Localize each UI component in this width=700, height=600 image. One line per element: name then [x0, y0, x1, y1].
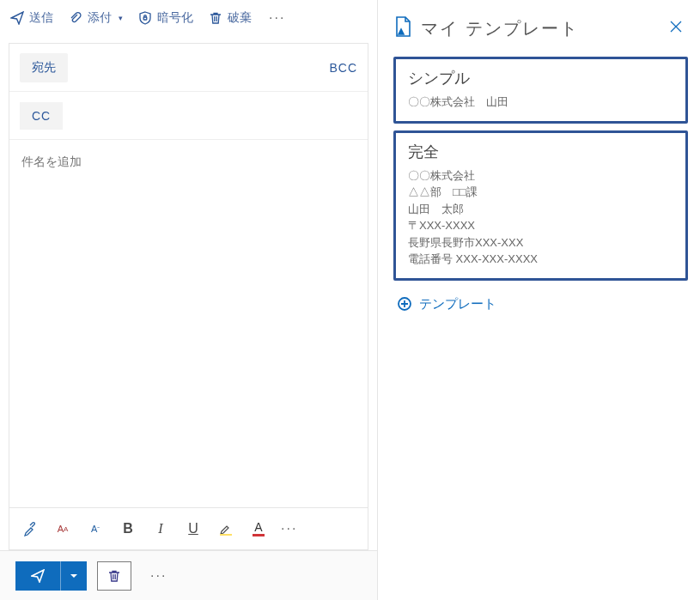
font-size-increase-button[interactable]: A˜ — [85, 518, 106, 539]
send-split-button[interactable] — [60, 561, 87, 591]
format-bar-wrap: AA A˜ B I U A ··· — [9, 507, 368, 550]
close-icon[interactable] — [664, 16, 688, 41]
subject-input[interactable] — [21, 155, 356, 168]
font-color-button[interactable]: A — [248, 518, 269, 539]
send-main[interactable] — [15, 561, 60, 591]
add-template-button[interactable]: テンプレート — [393, 288, 688, 321]
format-more-button[interactable]: ··· — [281, 521, 297, 536]
to-button[interactable]: 宛先 — [20, 53, 68, 82]
send-icon — [10, 11, 24, 25]
trash-icon — [209, 11, 222, 25]
template-doc-icon — [393, 15, 412, 41]
shield-icon — [138, 11, 152, 25]
compose-toolbar: 送信 添付 ▾ 暗号化 破棄 ··· — [0, 0, 377, 36]
template-card[interactable]: 完全 〇〇株式会社 △△部 □□課 山田 太郎 〒XXX-XXXX 長野県長野市… — [393, 130, 688, 281]
underline-button[interactable]: U — [183, 518, 204, 539]
encrypt-button[interactable]: 暗号化 — [131, 5, 200, 31]
svg-rect-1 — [220, 534, 232, 536]
highlight-button[interactable] — [216, 518, 236, 539]
bold-button[interactable]: B — [118, 518, 138, 539]
cc-row: CC — [9, 92, 368, 140]
bcc-toggle[interactable]: BCC — [329, 61, 357, 75]
discard-label: 破棄 — [228, 10, 252, 26]
more-options-button[interactable]: ··· — [260, 5, 294, 31]
template-preview: 〇〇株式会社 山田 — [408, 94, 673, 111]
action-more-button[interactable]: ··· — [142, 563, 175, 589]
plus-circle-icon — [397, 296, 412, 312]
templates-pane: マイ テンプレート シンプル 〇〇株式会社 山田 完全 〇〇株式会社 △△部 □… — [378, 0, 700, 600]
attach-button[interactable]: 添付 ▾ — [62, 5, 130, 31]
compose-pane: 送信 添付 ▾ 暗号化 破棄 ··· 宛先 BCC CC — [0, 0, 378, 600]
attach-label: 添付 — [88, 10, 112, 26]
discard-primary-button[interactable] — [97, 561, 131, 591]
template-card[interactable]: シンプル 〇〇株式会社 山田 — [393, 57, 688, 124]
subject-row — [9, 140, 368, 183]
font-size-decrease-button[interactable]: AA — [52, 518, 73, 539]
paperclip-icon — [69, 11, 82, 25]
send-primary-button[interactable] — [15, 561, 87, 591]
discard-button[interactable]: 破棄 — [202, 5, 259, 31]
add-template-label: テンプレート — [419, 296, 496, 312]
template-name: シンプル — [408, 68, 673, 88]
format-painter-icon[interactable] — [20, 518, 40, 539]
send-button[interactable]: 送信 — [3, 5, 60, 31]
chevron-down-icon: ▾ — [119, 14, 123, 22]
template-preview: 〇〇株式会社 △△部 □□課 山田 太郎 〒XXX-XXXX 長野県長野市XXX… — [408, 167, 673, 268]
italic-button[interactable]: I — [150, 518, 171, 539]
action-bar: ··· — [0, 550, 377, 600]
templates-title: マイ テンプレート — [421, 17, 655, 40]
cc-button[interactable]: CC — [20, 102, 63, 130]
templates-header: マイ テンプレート — [393, 15, 688, 41]
send-label: 送信 — [29, 10, 53, 26]
template-name: 完全 — [408, 142, 673, 162]
encrypt-label: 暗号化 — [157, 10, 193, 26]
format-bar: AA A˜ B I U A ··· — [9, 508, 368, 549]
recipients-block: 宛先 BCC CC — [9, 43, 368, 183]
message-body[interactable] — [9, 183, 368, 507]
to-row: 宛先 BCC — [9, 44, 368, 92]
svg-rect-0 — [143, 17, 147, 20]
